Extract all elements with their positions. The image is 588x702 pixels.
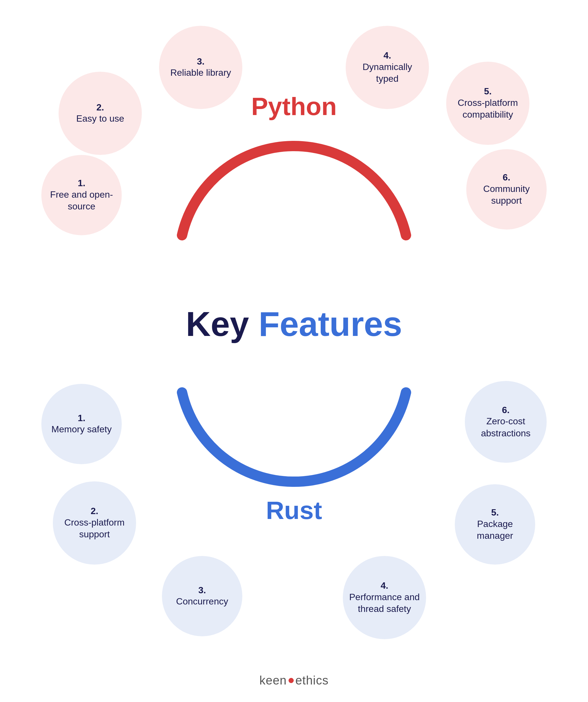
- rust-section: 1. Memory safety 2. Cross-platform suppo…: [35, 361, 553, 662]
- python-feature-5: 5. Cross-platform compatibility: [446, 62, 529, 145]
- python-section: 1. Free and open-source 2. Easy to use 3…: [35, 17, 553, 299]
- python-feature-2-label: Easy to use: [76, 113, 124, 125]
- python-feature-1-label: Free and open-source: [47, 189, 116, 213]
- python-feature-5-num: 5.: [484, 86, 492, 97]
- rust-feature-2-label: Cross-platform support: [59, 517, 130, 541]
- python-feature-6: 6. Community support: [466, 149, 547, 230]
- rust-feature-5: 5. Package manager: [455, 484, 535, 565]
- python-feature-6-label: Community support: [472, 183, 541, 207]
- rust-feature-2-num: 2.: [91, 505, 98, 516]
- rust-feature-3-label: Concurrency: [176, 596, 228, 608]
- rust-feature-4-label: Performance and thread safety: [349, 591, 420, 615]
- python-feature-6-num: 6.: [503, 172, 510, 183]
- python-arc-svg: [165, 34, 423, 258]
- rust-feature-2: 2. Cross-platform support: [53, 481, 136, 565]
- python-feature-5-label: Cross-platform compatibility: [452, 97, 524, 121]
- rust-feature-5-label: Package manager: [461, 518, 529, 542]
- python-feature-1-num: 1.: [78, 178, 86, 189]
- rust-feature-6: 6. Zero-cost abstractions: [465, 381, 547, 463]
- python-label: Python: [251, 92, 337, 121]
- title-part2: Features: [259, 305, 402, 343]
- rust-arc-svg: [165, 369, 423, 593]
- rust-feature-6-num: 6.: [502, 404, 510, 416]
- rust-feature-5-num: 5.: [491, 507, 499, 518]
- python-feature-1: 1. Free and open-source: [41, 155, 122, 235]
- rust-feature-6-label: Zero-cost abstractions: [471, 416, 541, 439]
- rust-label: Rust: [266, 496, 322, 525]
- footer-dot: [289, 678, 294, 683]
- rust-feature-1-num: 1.: [78, 413, 86, 424]
- section-title: Key Features: [186, 304, 402, 344]
- rust-arc-container: [165, 369, 423, 593]
- python-feature-2: 2. Easy to use: [59, 72, 142, 155]
- rust-feature-1-label: Memory safety: [52, 424, 112, 436]
- python-feature-2-num: 2.: [96, 102, 104, 113]
- footer-part1: keen: [260, 674, 287, 687]
- title-part1: Key: [186, 305, 259, 343]
- footer: keen ethics: [260, 674, 329, 687]
- python-arc-container: [165, 34, 423, 258]
- rust-feature-1: 1. Memory safety: [41, 384, 122, 464]
- footer-part2: ethics: [295, 674, 329, 687]
